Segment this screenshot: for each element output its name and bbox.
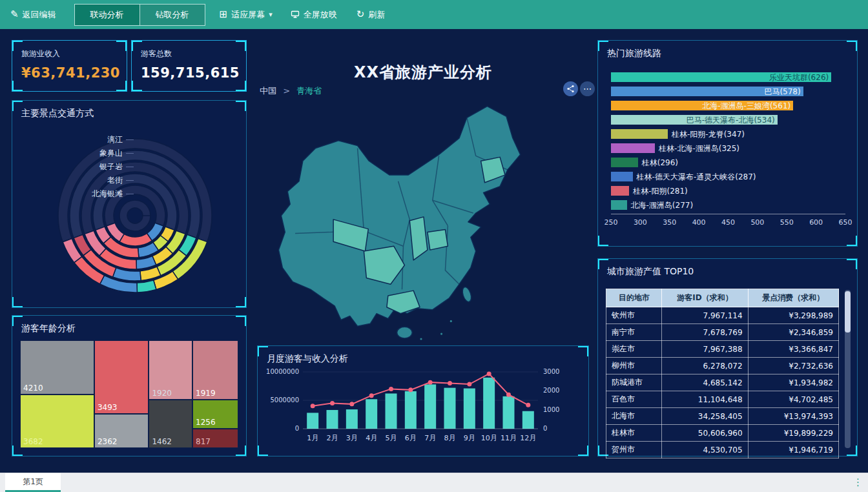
table-row[interactable]: 桂林市50,606,960¥19,899,229 — [606, 425, 839, 442]
treemap-block[interactable]: 3682 — [20, 395, 94, 449]
route-bar-label: 北海-涠洲岛(277) — [631, 201, 694, 209]
table-cell: 11,104,648 — [662, 391, 748, 408]
treemap-value-label: 3682 — [23, 437, 43, 446]
ellipsis-icon: ⋯ — [583, 84, 592, 94]
table-row[interactable]: 柳州市6,278,072¥2,732,636 — [606, 358, 839, 374]
panel-title: 月度游客与收入分析 — [258, 346, 588, 365]
bar — [366, 399, 377, 429]
axis-label: 10月 — [481, 434, 497, 442]
table-cell: ¥3,298,989 — [748, 307, 838, 324]
map-more-button[interactable]: ⋯ — [580, 81, 595, 96]
treemap-value-label: 1256 — [196, 418, 216, 427]
table-cell: 34,258,405 — [662, 408, 748, 425]
treemap-block[interactable]: 4210 — [20, 340, 94, 395]
treemap-block[interactable]: 1920 — [149, 340, 192, 400]
route-bar-row[interactable]: 巴马-德天瀑布-北海(534) — [611, 113, 845, 127]
route-bar[interactable]: 巴马-德天瀑布-北海(534) — [611, 115, 778, 125]
fit-screen-button[interactable]: ⊞ 适应屏幕 ▾ — [220, 9, 273, 21]
cities-table-wrap: 目的地市游客ID（求和）景点消费（求和） 钦州市7,967,114¥3,298,… — [606, 289, 839, 458]
fullscreen-play-button[interactable]: 全屏放映 — [291, 9, 337, 21]
line-point — [408, 387, 413, 392]
line-point — [311, 404, 315, 408]
map-taiwan-island[interactable] — [461, 286, 473, 303]
route-bar-row[interactable]: 桂林-阳朔(281) — [611, 184, 845, 198]
rose-category-label: 老街 — [38, 174, 134, 187]
route-bar-row[interactable]: 北海-涠洲岛(277) — [611, 198, 845, 212]
route-bar-row[interactable]: 桂林-德天大瀑布-通灵大峡谷(287) — [611, 170, 845, 184]
table-row[interactable]: 贺州市4,530,705¥1,946,719 — [606, 442, 839, 458]
table-cell: ¥2,732,636 — [748, 358, 838, 374]
route-bar[interactable] — [611, 143, 655, 153]
route-bar-row[interactable]: 巴马(578) — [611, 85, 845, 99]
route-bar-label: 桂林-阳朔(281) — [633, 187, 688, 195]
route-bar[interactable]: 巴马(578) — [611, 87, 803, 96]
route-bar[interactable] — [611, 172, 633, 181]
route-bar-row[interactable]: 桂林-阳朔-龙脊(347) — [611, 127, 845, 141]
route-bar[interactable] — [611, 129, 668, 139]
table-row[interactable]: 北海市34,258,405¥13,974,393 — [606, 408, 839, 425]
panel-hot-routes: 热门旅游线路 乐业天坑群(626)巴马(578)北海-涠洲岛-三娘湾(561)巴… — [597, 40, 858, 247]
axis-label: 8月 — [444, 434, 456, 442]
bar — [503, 396, 515, 429]
route-bar[interactable] — [611, 200, 627, 210]
scrollbar-thumb[interactable] — [845, 291, 851, 333]
linkage-analysis-button[interactable]: 联动分析 — [75, 5, 140, 25]
treemap-chart[interactable]: 42103682349323621920191914621256817 — [20, 340, 238, 448]
table-header-cell[interactable]: 景点消费（求和） — [748, 289, 838, 307]
routes-x-axis: 250300350400450500550600650 — [611, 214, 845, 230]
map-linkage-button[interactable] — [563, 81, 578, 96]
rose-category-label: 银子岩 — [38, 160, 134, 174]
rose-category-label: 漓江 — [38, 133, 134, 147]
projector-icon — [291, 10, 300, 19]
table-row[interactable]: 南宁市7,678,769¥2,346,859 — [606, 324, 839, 341]
treemap-block[interactable]: 2362 — [94, 414, 149, 448]
treemap-block[interactable]: 1462 — [149, 400, 192, 448]
refresh-icon: ↻ — [356, 10, 365, 19]
route-bar[interactable]: 北海-涠洲岛-三娘湾(561) — [611, 101, 793, 110]
table-row[interactable]: 崇左市7,967,388¥3,366,847 — [606, 341, 839, 358]
panel-transport-modes: 主要景点交通方式 漓江象鼻山银子岩老街北海银滩 — [12, 100, 247, 308]
table-header-cell[interactable]: 目的地市 — [606, 289, 662, 307]
route-bar-row[interactable]: 桂林(296) — [611, 156, 845, 170]
table-cell: ¥1,934,982 — [748, 374, 838, 391]
cities-table: 目的地市游客ID（求和）景点消费（求和） 钦州市7,967,114¥3,298,… — [606, 289, 839, 458]
drill-analysis-button[interactable]: 钻取分析 — [140, 5, 205, 25]
china-map[interactable] — [257, 72, 588, 354]
table-cell: 钦州市 — [606, 307, 662, 324]
line-point — [467, 382, 471, 387]
treemap-block[interactable]: 3493 — [94, 340, 149, 414]
route-bar[interactable] — [611, 158, 638, 167]
treemap-block[interactable]: 817 — [192, 429, 238, 448]
table-header-cell[interactable]: 游客ID（求和） — [662, 289, 748, 307]
axis-label: 10000000 — [266, 368, 299, 375]
treemap-block[interactable]: 1919 — [192, 340, 238, 400]
route-bar-label: 巴马(578) — [764, 88, 800, 96]
monthly-combo-chart[interactable]: 050000001000000001000200030001月2月3月4月5月6… — [260, 364, 583, 455]
back-to-edit-button[interactable]: ✎ 返回编辑 — [10, 9, 56, 21]
table-row[interactable]: 防城港市4,685,142¥1,934,982 — [606, 374, 839, 391]
tab-page1[interactable]: 第1页 — [5, 473, 61, 491]
table-row[interactable]: 百色市11,104,648¥4,702,485 — [606, 391, 839, 408]
tabbar: 第1页 ⋮ — [0, 473, 868, 492]
kpi-title: 旅游业收入 — [21, 48, 127, 59]
chevron-down-icon: ▾ — [269, 10, 273, 19]
route-bar-row[interactable]: 乐业天坑群(626) — [611, 70, 845, 85]
route-bar[interactable]: 乐业天坑群(626) — [611, 72, 831, 82]
route-bar[interactable] — [611, 186, 629, 196]
routes-bar-chart[interactable]: 乐业天坑群(626)巴马(578)北海-涠洲岛-三娘湾(561)巴马-德天瀑布-… — [611, 70, 845, 212]
table-row[interactable]: 钦州市7,967,114¥3,298,989 — [606, 307, 839, 324]
axis-label: 12月 — [520, 434, 536, 442]
kpi-card-visitors: 游客总数 159,715,615 — [131, 40, 247, 92]
map-hainan-island[interactable] — [397, 327, 413, 338]
route-bar-row[interactable]: 桂林-北海-涠洲岛(325) — [611, 141, 845, 156]
tab-menu-icon[interactable]: ⋮ — [853, 477, 863, 488]
table-cell: 7,967,114 — [662, 307, 748, 324]
table-scrollbar[interactable] — [845, 290, 851, 448]
refresh-button[interactable]: ↻ 刷新 — [356, 9, 386, 21]
back-to-edit-label: 返回编辑 — [23, 9, 56, 21]
route-bar-row[interactable]: 北海-涠洲岛-三娘湾(561) — [611, 99, 845, 113]
map-province-highlight[interactable] — [428, 230, 448, 251]
treemap-block[interactable]: 1256 — [192, 400, 238, 429]
axis-label: 1月 — [307, 434, 318, 442]
route-bar-label: 桂林-阳朔-龙脊(347) — [672, 130, 745, 138]
